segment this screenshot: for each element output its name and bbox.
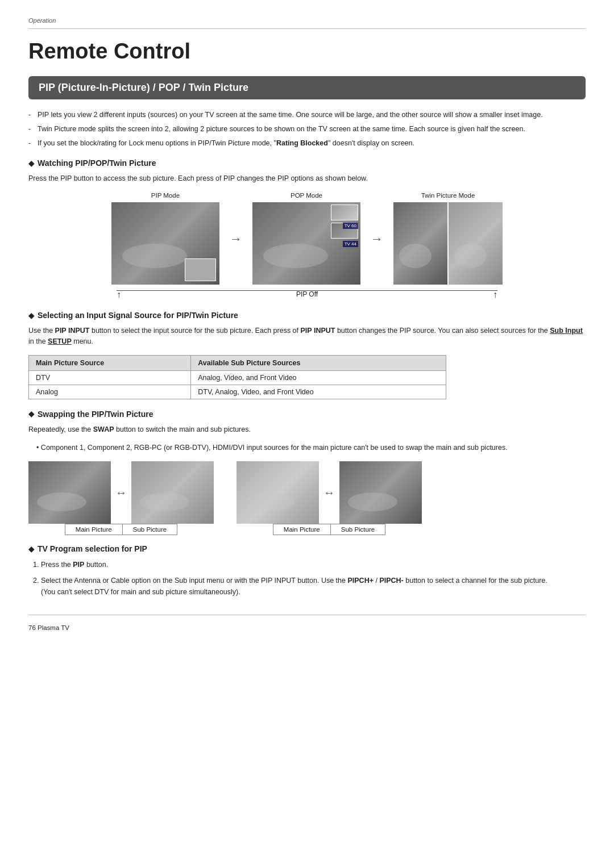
- table-row: DTV Analog, Video, and Front Video: [29, 370, 446, 385]
- page-title: Remote Control: [28, 39, 586, 64]
- pop-inset-1: [331, 205, 358, 220]
- pop-stack: TV 60 TV 44: [331, 205, 358, 239]
- pip-bold-step1: PIP: [73, 561, 84, 569]
- swap-right-sub-label: Sub Picture: [331, 524, 385, 535]
- table-cell-dtv-subs: Analog, Video, and Front Video: [191, 370, 446, 385]
- intro-bullets: PIP lets you view 2 different inputs (so…: [28, 110, 586, 148]
- swap-diagrams: ↔ Main Picture Sub Picture ↔ Main Pictur…: [28, 461, 586, 535]
- table-cell-dtv-source: DTV: [29, 370, 191, 385]
- pop-mode-label: POP Mode: [291, 192, 322, 199]
- watching-text: Press the PIP button to access the sub p…: [28, 173, 586, 184]
- swapping-title: Swapping the PIP/Twin Picture: [28, 410, 586, 419]
- pip-diagram: PIP Mode → POP Mode TV 86 TV 60 TV 44 →: [28, 192, 586, 285]
- pip-input-bold-2: PIP INPUT: [301, 327, 335, 335]
- selecting-section: Selecting an Input Signal Source for PIP…: [28, 311, 586, 399]
- table-cell-analog-source: Analog: [29, 385, 191, 399]
- swap-left-sub-img: [131, 461, 214, 524]
- swap-right-sub-img: [339, 461, 422, 524]
- pip-off-label: PIP Off: [296, 290, 318, 299]
- swap-right-group: ↔ Main Picture Sub Picture: [237, 461, 422, 535]
- swap-right-main-label: Main Picture: [273, 524, 331, 535]
- pipch-plus-bold: PIPCH+: [347, 577, 374, 585]
- source-table: Main Picture Source Available Sub Pictur…: [28, 355, 446, 399]
- pip-off-arrow-up-left: ↑: [117, 290, 121, 299]
- pop-tv-label-2: TV 60: [343, 223, 358, 229]
- pip-off-area: ↑ PIP Off ↑: [28, 290, 586, 299]
- arrow-pop-to-twin: →: [360, 232, 393, 247]
- swap-right-arrow: ↔: [323, 486, 335, 499]
- table-col2-header: Available Sub Picture Sources: [191, 355, 446, 370]
- twin-mode-label: Twin Picture Mode: [421, 192, 475, 199]
- swap-right-labels: Main Picture Sub Picture: [273, 524, 385, 535]
- pipch-minus-bold: PIPCH-: [379, 577, 403, 585]
- swap-right-images: ↔: [237, 461, 422, 524]
- tv-program-steps: Press the PIP button. Select the Antenna…: [28, 559, 586, 598]
- pip-inset: [185, 258, 216, 281]
- pip-mode-block: PIP Mode: [111, 192, 219, 285]
- swapping-text: Repeatedly, use the SWAP button to switc…: [28, 424, 586, 435]
- table-cell-analog-subs: DTV, Analog, Video, and Front Video: [191, 385, 446, 399]
- swap-left-labels: Main Picture Sub Picture: [65, 524, 177, 535]
- bullet-3: If you set the block/rating for Lock men…: [28, 138, 586, 149]
- swap-left-group: ↔ Main Picture Sub Picture: [28, 461, 214, 535]
- twin-left-image: [393, 202, 447, 285]
- pip-mode-image: [111, 202, 219, 285]
- table-row: Analog DTV, Analog, Video, and Front Vid…: [29, 385, 446, 399]
- swap-left-arrow: ↔: [115, 486, 127, 499]
- pop-tv-label-3: TV 44: [343, 241, 358, 247]
- section-header: PIP (Picture-In-Picture) / POP / Twin Pi…: [28, 76, 586, 99]
- swap-right-main-img: [237, 461, 319, 524]
- pip-off-arrow-up-right: ↑: [493, 290, 497, 299]
- tv-program-section: TV Program selection for PIP Press the P…: [28, 544, 586, 598]
- selecting-text: Use the PIP INPUT button to select the i…: [28, 326, 586, 347]
- twin-mode-image: [393, 202, 503, 285]
- swap-left-images: ↔: [28, 461, 214, 524]
- section-label: Operation: [28, 17, 586, 24]
- setup-underline: SETUP: [48, 337, 72, 345]
- pip-off-container: ↑ PIP Off ↑: [117, 290, 497, 299]
- swap-left-sub-label: Sub Picture: [123, 524, 177, 535]
- swapping-section: Swapping the PIP/Twin Picture Repeatedly…: [28, 410, 586, 536]
- twin-mode-block: Twin Picture Mode: [393, 192, 503, 285]
- tv-step-2: Select the Antenna or Cable option on th…: [41, 575, 586, 598]
- bullet-2: Twin Picture mode splits the screen into…: [28, 124, 586, 135]
- pip-mode-label: PIP Mode: [151, 192, 180, 199]
- swap-left-main-img: [28, 461, 111, 524]
- swap-left-main-label: Main Picture: [65, 524, 123, 535]
- watching-title: Watching PIP/POP/Twin Picture: [28, 158, 586, 168]
- table-col1-header: Main Picture Source: [29, 355, 191, 370]
- pop-mode-image: TV 86 TV 60 TV 44: [252, 202, 360, 285]
- arrow-pip-to-pop: →: [219, 232, 252, 247]
- selecting-title: Selecting an Input Signal Source for PIP…: [28, 311, 586, 320]
- tv-step-1: Press the PIP button.: [41, 559, 586, 570]
- bottom-divider: [28, 615, 586, 615]
- bullet-1: PIP lets you view 2 different inputs (so…: [28, 110, 586, 120]
- top-divider: [28, 28, 586, 29]
- pip-off-arrows: ↑ PIP Off ↑: [117, 290, 497, 299]
- sub-input-bold: Sub Input: [550, 327, 583, 335]
- swap-bold: SWAP: [93, 425, 114, 433]
- pip-input-bold-1: PIP INPUT: [55, 327, 90, 335]
- page-number: 76 Plasma TV: [28, 624, 586, 631]
- tv-program-title: TV Program selection for PIP: [28, 544, 586, 553]
- swapping-bullet: • Component 1, Component 2, RGB-PC (or R…: [28, 443, 586, 453]
- pop-mode-block: POP Mode TV 86 TV 60 TV 44: [252, 192, 360, 285]
- twin-right-image: [449, 202, 503, 285]
